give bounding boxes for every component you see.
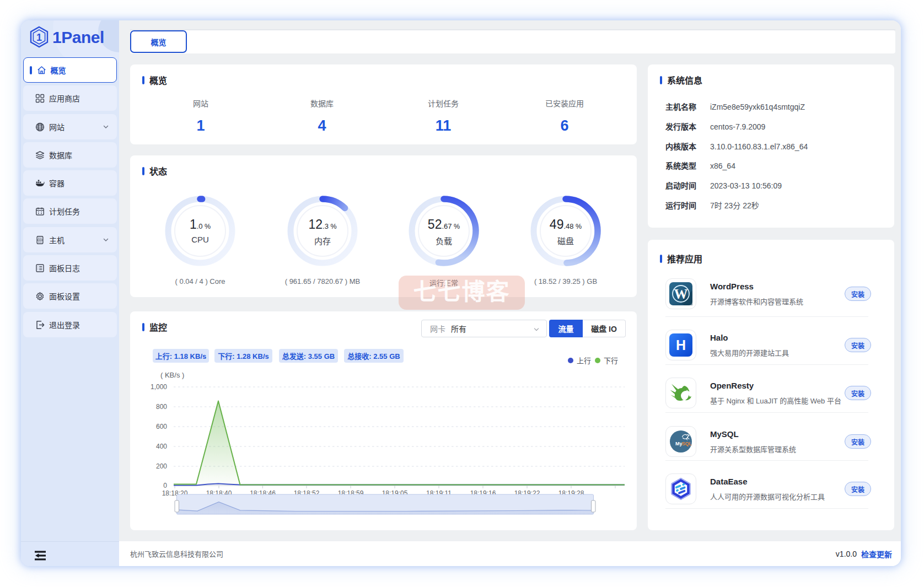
svg-text:1: 1 <box>36 32 42 43</box>
svg-text:200: 200 <box>156 462 167 470</box>
svg-text:1,000: 1,000 <box>151 383 167 391</box>
svg-text:400: 400 <box>156 443 167 450</box>
svg-text:0: 0 <box>163 482 167 489</box>
svg-text:H: H <box>676 337 686 353</box>
svg-text:600: 600 <box>156 423 167 430</box>
svg-text:SQL: SQL <box>682 441 692 446</box>
svg-text:800: 800 <box>156 403 167 411</box>
svg-text:( KB/s ): ( KB/s ) <box>160 371 184 379</box>
svg-text:W: W <box>674 287 688 301</box>
